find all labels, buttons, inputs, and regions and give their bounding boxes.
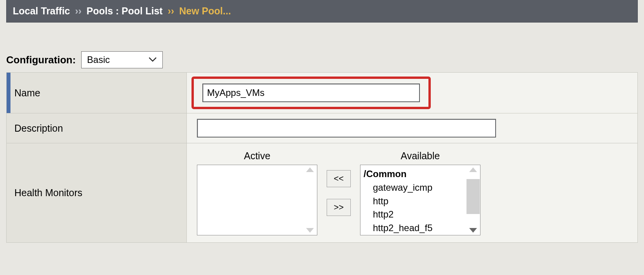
available-monitor-option[interactable]: http2_head_f5 [364, 221, 477, 235]
available-monitor-option[interactable]: http [364, 195, 477, 208]
chevron-down-icon [148, 57, 157, 62]
breadcrumb-part-1[interactable]: Local Traffic [13, 5, 70, 16]
available-monitor-option[interactable]: http2 [364, 208, 477, 221]
available-monitors-col: Available /Common gateway_icmphttphttp2h… [360, 150, 480, 235]
available-header: Available [360, 150, 480, 162]
breadcrumb-part-2[interactable]: Pools : Pool List [87, 5, 163, 16]
pool-form-table: Name Description Health Monitors Active [6, 72, 638, 243]
description-label: Description [7, 113, 187, 143]
breadcrumb: Local Traffic ›› Pools : Pool List ›› Ne… [6, 0, 638, 23]
configuration-label: Configuration: [6, 54, 76, 66]
breadcrumb-current: New Pool... [179, 5, 231, 16]
configuration-select-value: Basic [87, 54, 110, 65]
active-header: Active [197, 150, 317, 162]
breadcrumb-sep-1: ›› [73, 5, 84, 16]
row-description: Description [7, 113, 638, 143]
health-monitors-label: Health Monitors [7, 143, 187, 243]
name-label: Name [7, 73, 187, 113]
move-left-button[interactable]: << [327, 170, 351, 187]
available-monitors-listbox[interactable]: /Common gateway_icmphttphttp2http2_head_… [360, 165, 480, 235]
health-monitors-wrap: Active << >> Available [197, 149, 627, 237]
name-highlight-box [191, 77, 431, 109]
move-buttons: << >> [327, 150, 351, 235]
row-health-monitors: Health Monitors Active << >> [7, 143, 638, 243]
description-input[interactable] [197, 119, 496, 138]
active-monitors-col: Active [197, 150, 317, 235]
configuration-select[interactable]: Basic [81, 51, 163, 68]
row-name: Name [7, 73, 638, 113]
breadcrumb-sep-2: ›› [165, 5, 177, 16]
name-input[interactable] [202, 84, 420, 102]
configuration-row: Configuration: Basic [6, 51, 644, 68]
available-group-label: /Common [364, 167, 477, 181]
available-monitor-option[interactable]: gateway_icmp [364, 181, 477, 195]
active-monitors-listbox[interactable] [197, 165, 317, 235]
move-right-button[interactable]: >> [327, 199, 351, 216]
